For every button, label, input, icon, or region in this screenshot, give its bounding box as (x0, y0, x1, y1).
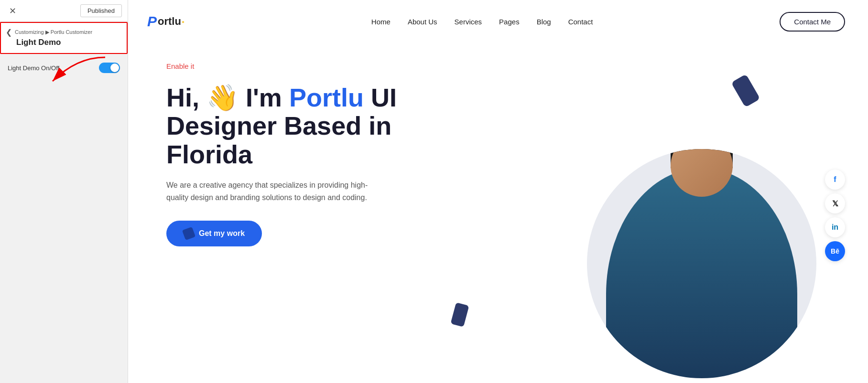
site-header: P ortlu ● Home About Us Services Pages B… (128, 0, 868, 43)
toggle-track[interactable] (99, 63, 120, 73)
get-work-label: Get my work (199, 229, 245, 238)
sidebar-body: Light Demo On/Off (0, 54, 128, 383)
sidebar-back-button[interactable]: ❮ (6, 28, 12, 37)
sidebar-nav-panel: ❮ Customizing ▶ Portlu Customizer Light … (0, 22, 128, 54)
sidebar-nav-header: ❮ Customizing ▶ Portlu Customizer (1, 23, 127, 37)
behance-icon-button[interactable]: Bē (825, 241, 845, 261)
sidebar-breadcrumb: Customizing ▶ Portlu Customizer (15, 29, 92, 35)
hero-title-line2: Designer Based in (166, 111, 391, 140)
toggle-label: Light Demo On/Off (8, 64, 59, 72)
hero-left: Enable it Hi, 👋 I'm Portlu UI Designer B… (166, 48, 444, 246)
person-silhouette (606, 168, 797, 378)
get-my-work-button[interactable]: Get my work (166, 221, 262, 246)
nav-blog[interactable]: Blog (537, 18, 551, 26)
facebook-icon-button[interactable]: f (825, 170, 845, 190)
nav-services[interactable]: Services (455, 18, 482, 26)
nav-pages[interactable]: Pages (499, 18, 520, 26)
nav-about[interactable]: About Us (408, 18, 437, 26)
sidebar-close-button[interactable]: ✕ (6, 4, 19, 18)
site-nav: Home About Us Services Pages Blog Contac… (371, 18, 593, 26)
logo-p-letter: P (147, 13, 157, 30)
sidebar-section-title: Light Demo (1, 37, 127, 53)
sidebar: ✕ Published ❮ Customizing ▶ Portlu Custo… (0, 0, 128, 383)
published-button[interactable]: Published (80, 4, 122, 17)
float-shape-2 (451, 302, 469, 327)
person-head (671, 149, 733, 197)
btn-pencil-icon (182, 227, 195, 240)
light-demo-toggle-row: Light Demo On/Off (8, 63, 120, 73)
social-bar: f 𝕏 in Bē (825, 170, 845, 261)
float-shape-1 (731, 74, 760, 107)
sidebar-top-bar: ✕ Published (0, 0, 128, 22)
enable-hint: Enable it (166, 62, 444, 70)
nav-contact[interactable]: Contact (568, 18, 593, 26)
site-logo: P ortlu ● (147, 13, 184, 30)
hero-title-line1: Hi, 👋 I'm Portlu UI (166, 83, 397, 112)
hero-title-line3: Florida (166, 140, 252, 169)
nav-home[interactable]: Home (371, 18, 391, 26)
website-preview: P ortlu ● Home About Us Services Pages B… (128, 0, 868, 383)
hero-right: f 𝕏 in Bē (444, 48, 845, 383)
logo-text: ortlu (158, 15, 181, 28)
toggle-thumb (110, 64, 119, 72)
person-circle (587, 149, 816, 378)
hero-description: We are a creative agency that specialize… (166, 179, 377, 203)
contact-me-button[interactable]: Contact Me (780, 12, 845, 32)
light-demo-toggle[interactable] (99, 63, 120, 73)
hero-section: Enable it Hi, 👋 I'm Portlu UI Designer B… (128, 43, 868, 383)
hero-title: Hi, 👋 I'm Portlu UI Designer Based in Fl… (166, 84, 444, 169)
twitter-icon-button[interactable]: 𝕏 (825, 193, 845, 213)
linkedin-icon-button[interactable]: in (825, 217, 845, 237)
logo-dot: ● (182, 19, 184, 24)
hero-title-highlight: Portlu (289, 83, 364, 112)
